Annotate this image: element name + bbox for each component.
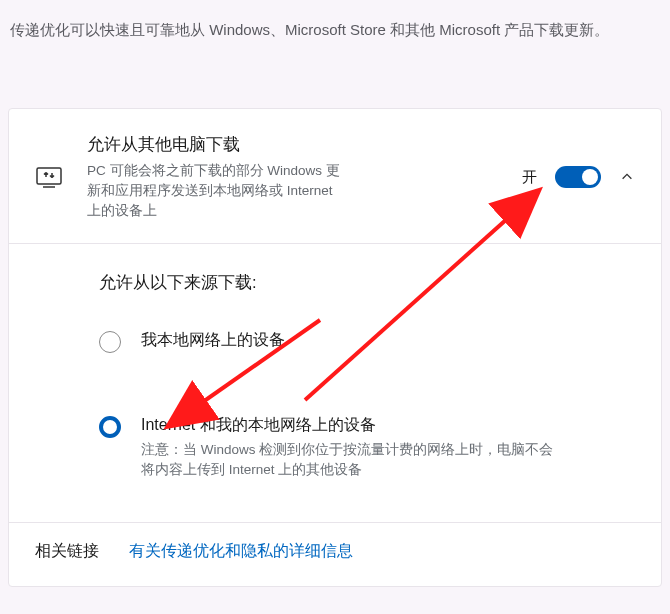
option-note: 注意：当 Windows 检测到你位于按流量计费的网络上时，电脑不会将内容上传到… — [141, 440, 561, 480]
intro-text: 传递优化可以快速且可靠地从 Windows、Microsoft Store 和其… — [10, 18, 650, 42]
delivery-optimization-card: 允许从其他电脑下载 PC 可能会将之前下载的部分 Windows 更新和应用程序… — [8, 108, 662, 587]
related-links-label: 相关链接 — [35, 541, 99, 562]
allow-downloads-header[interactable]: 允许从其他电脑下载 PC 可能会将之前下载的部分 Windows 更新和应用程序… — [9, 109, 661, 244]
download-sources-heading: 允许从以下来源下载: — [99, 272, 635, 294]
download-sources-section: 允许从以下来源下载: 我本地网络上的设备 Internet 和我的本地网络上的设… — [9, 244, 661, 523]
svg-rect-0 — [37, 168, 61, 184]
radio-local-network[interactable] — [99, 331, 121, 353]
chevron-up-icon[interactable] — [619, 169, 635, 185]
radio-internet-and-local[interactable] — [99, 416, 121, 438]
option-label: 我本地网络上的设备 — [141, 330, 635, 351]
allow-downloads-toggle[interactable] — [555, 166, 601, 188]
privacy-link[interactable]: 有关传递优化和隐私的详细信息 — [129, 541, 353, 562]
toggle-state-label: 开 — [522, 168, 537, 187]
radio-option-internet-and-local[interactable]: Internet 和我的本地网络上的设备 注意：当 Windows 检测到你位于… — [99, 415, 635, 480]
option-label: Internet 和我的本地网络上的设备 — [141, 415, 635, 436]
radio-option-local-network[interactable]: 我本地网络上的设备 — [99, 330, 635, 353]
related-links-row: 相关链接 有关传递优化和隐私的详细信息 — [9, 523, 661, 586]
allow-downloads-title: 允许从其他电脑下载 — [87, 133, 498, 157]
device-sync-icon — [35, 166, 63, 188]
header-texts: 允许从其他电脑下载 PC 可能会将之前下载的部分 Windows 更新和应用程序… — [87, 133, 498, 221]
allow-downloads-subtitle: PC 可能会将之前下载的部分 Windows 更新和应用程序发送到本地网络或 I… — [87, 161, 347, 221]
